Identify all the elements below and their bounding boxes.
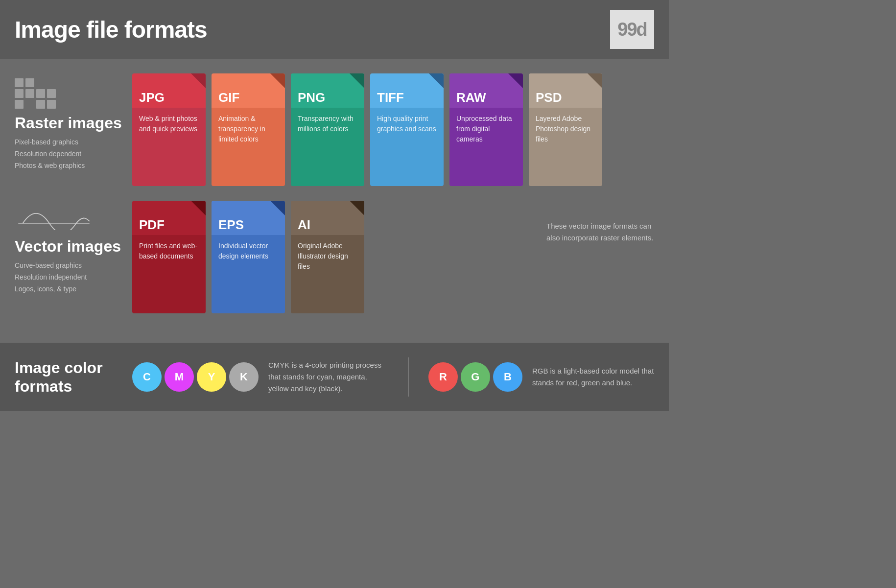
pixel-cell [15,78,24,87]
pixel-cell [15,100,24,109]
logo-text: 99d [617,19,646,40]
vector-formats-row: PDF Print files and web-based documents … [132,201,537,313]
pixel-cell [36,89,45,98]
raster-info: Raster images Pixel-based graphics Resol… [15,73,122,172]
file-label-jpg: JPG [139,91,165,104]
file-card-psd: PSD Layered Adobe Photoshop design files [529,73,602,186]
color-divider [408,357,409,397]
file-desc-tiff: High quality print graphics and scans [377,115,436,133]
file-card-tiff: TIFF High quality print graphics and sca… [370,73,444,186]
color-section: Image color formats C M Y K CMYK is a 4-… [0,343,669,411]
file-desc-pdf: Print files and web-based documents [139,242,197,260]
rgb-circle-b: B [493,362,522,392]
cmyk-circle-c: C [132,362,162,392]
file-label-pdf: PDF [139,218,165,231]
file-desc-gif: Animation & transparency in limited colo… [218,115,265,143]
file-card-png: PNG Transparency with millions of colors [291,73,364,186]
page-title: Image file formats [15,16,207,43]
pixel-cell [25,100,34,109]
pixel-cell [36,78,45,87]
file-card-eps: EPS Individual vector design elements [212,201,285,313]
main-content: Raster images Pixel-based graphics Resol… [0,59,669,338]
wave-svg [15,206,93,230]
file-desc-png: Transparency with millions of colors [298,115,354,133]
file-label-raw: RAW [456,91,486,104]
cmyk-desc: CMYK is a 4-color printing process that … [268,359,388,395]
cmyk-circle-y: Y [197,362,226,392]
header: Image file formats 99d [0,0,669,59]
file-card-jpg: JPG Web & print photos and quick preview… [132,73,206,186]
file-desc-jpg: Web & print photos and quick previews [139,115,197,133]
rgb-model: R G B RGB is a light-based color model t… [428,362,654,392]
raster-icon [15,78,122,109]
vector-note: These vector image formats can also inco… [546,201,654,244]
pixel-cell [36,100,45,109]
file-label-ai: AI [298,218,310,231]
rgb-circle-r: R [428,362,458,392]
raster-section: Raster images Pixel-based graphics Resol… [15,73,654,186]
file-card-ai: AI Original Adobe Illustrator design fil… [291,201,364,313]
pixel-cell [47,89,56,98]
vector-icon [15,206,122,232]
raster-title: Raster images [15,115,122,132]
file-label-eps: EPS [218,218,244,231]
file-label-tiff: TIFF [377,91,404,104]
file-desc-raw: Unprocessed data from digital cameras [456,115,512,143]
pixel-cell [47,78,56,87]
vector-desc: Curve-based graphics Resolution independ… [15,260,122,295]
cmyk-circle-k: K [229,362,259,392]
raster-desc: Pixel-based graphics Resolution dependen… [15,137,122,171]
pixel-cell [15,89,24,98]
pixel-cell [25,89,34,98]
cmyk-circles: C M Y K [132,362,259,392]
logo-box: 99d [610,10,654,49]
color-section-title: Image color formats [15,358,113,396]
file-desc-ai: Original Adobe Illustrator design files [298,242,348,270]
file-label-png: PNG [298,91,325,104]
file-desc-eps: Individual vector design elements [218,242,268,260]
rgb-circle-g: G [461,362,490,392]
cmyk-circle-m: M [165,362,194,392]
cmyk-model: C M Y K CMYK is a 4-color printing proce… [132,359,388,395]
vector-info: Vector images Curve-based graphics Resol… [15,201,122,295]
pixel-cell [25,78,34,87]
pixel-grid-icon [15,78,58,109]
pixel-cell [47,100,56,109]
file-label-psd: PSD [536,91,562,104]
vector-section: Vector images Curve-based graphics Resol… [15,201,654,313]
file-card-raw: RAW Unprocessed data from digital camera… [449,73,523,186]
file-card-gif: GIF Animation & transparency in limited … [212,73,285,186]
rgb-circles: R G B [428,362,522,392]
rgb-desc: RGB is a light-based color model that st… [532,365,654,389]
file-label-gif: GIF [218,91,239,104]
vector-title: Vector images [15,238,122,255]
file-desc-psd: Layered Adobe Photoshop design files [536,115,590,143]
raster-formats-row: JPG Web & print photos and quick preview… [132,73,654,186]
file-card-pdf: PDF Print files and web-based documents [132,201,206,313]
